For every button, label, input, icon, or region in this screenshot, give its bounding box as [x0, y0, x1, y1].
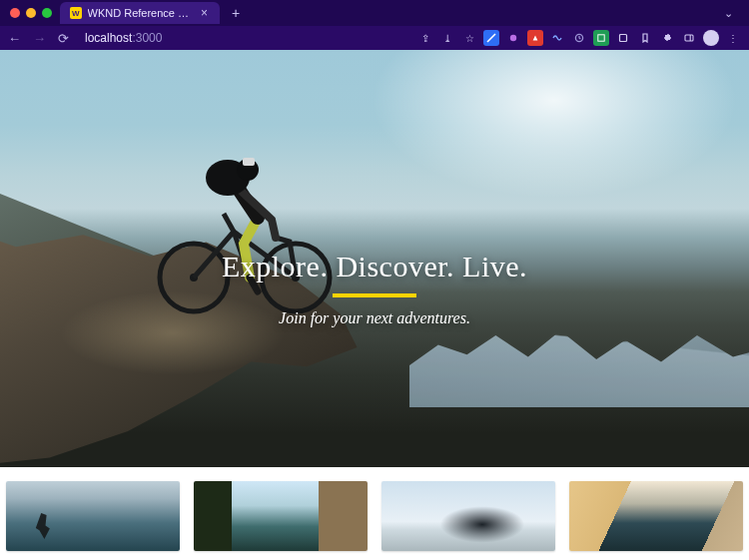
back-button[interactable]: ← [8, 31, 21, 46]
extension-icon[interactable] [615, 30, 631, 46]
adventure-card[interactable] [381, 481, 555, 551]
download-icon[interactable]: ⤓ [439, 30, 455, 46]
close-window-button[interactable] [10, 8, 20, 18]
adventure-card-row [0, 467, 749, 560]
profile-avatar[interactable] [703, 30, 719, 46]
bookmark-star-icon[interactable]: ☆ [461, 30, 477, 46]
browser-toolbar: ← → ⟳ localhost:3000 ⇪ ⤓ ☆ [0, 26, 749, 50]
window-traffic-lights [10, 8, 52, 18]
forward-button[interactable]: → [33, 31, 46, 46]
adventure-card[interactable] [6, 481, 180, 551]
url-host: localhost [85, 31, 132, 45]
kebab-menu-icon[interactable]: ⋮ [725, 30, 741, 46]
extension-icon[interactable] [593, 30, 609, 46]
hero-title: Explore. Discover. Live. [222, 250, 527, 283]
svg-rect-12 [243, 158, 255, 166]
reading-list-icon[interactable] [637, 30, 653, 46]
tab-favicon: W [70, 7, 82, 19]
extension-icon[interactable] [527, 30, 543, 46]
nav-controls: ← → ⟳ [8, 31, 69, 46]
browser-tab[interactable]: W WKND Reference Site × [60, 2, 220, 24]
address-bar[interactable]: localhost:3000 [79, 31, 407, 45]
side-panel-icon[interactable] [681, 30, 697, 46]
svg-point-0 [510, 35, 516, 41]
page-viewport[interactable]: Explore. Discover. Live. Join for your n… [0, 50, 749, 560]
extensions-puzzle-icon[interactable] [659, 30, 675, 46]
extension-icon[interactable] [571, 30, 587, 46]
tab-title: WKND Reference Site [88, 7, 193, 19]
extension-icon[interactable] [483, 30, 499, 46]
maximize-window-button[interactable] [42, 8, 52, 18]
url-port: :3000 [132, 31, 162, 45]
adventure-card[interactable] [194, 481, 368, 551]
hero-subtitle: Join for your next adventures. [222, 309, 527, 327]
svg-rect-3 [620, 35, 627, 42]
browser-chrome: W WKND Reference Site × + ⌄ ← → ⟳ localh… [0, 0, 749, 50]
new-tab-button[interactable]: + [226, 3, 246, 23]
toolbar-actions: ⇪ ⤓ ☆ [417, 30, 741, 46]
extension-icon[interactable] [549, 30, 565, 46]
minimize-window-button[interactable] [26, 8, 36, 18]
hero-text: Explore. Discover. Live. Join for your n… [222, 250, 527, 327]
share-icon[interactable]: ⇪ [417, 30, 433, 46]
hero-accent-underline [333, 293, 416, 297]
adventure-card[interactable] [569, 481, 743, 551]
svg-rect-2 [598, 35, 604, 41]
tab-strip: W WKND Reference Site × + ⌄ [0, 0, 749, 26]
tab-close-button[interactable]: × [199, 6, 210, 20]
extension-icon[interactable] [505, 30, 521, 46]
hero-banner: Explore. Discover. Live. Join for your n… [0, 50, 749, 467]
svg-rect-4 [685, 35, 693, 41]
tab-overflow-chevron-icon[interactable]: ⌄ [718, 7, 739, 20]
reload-button[interactable]: ⟳ [58, 31, 69, 46]
